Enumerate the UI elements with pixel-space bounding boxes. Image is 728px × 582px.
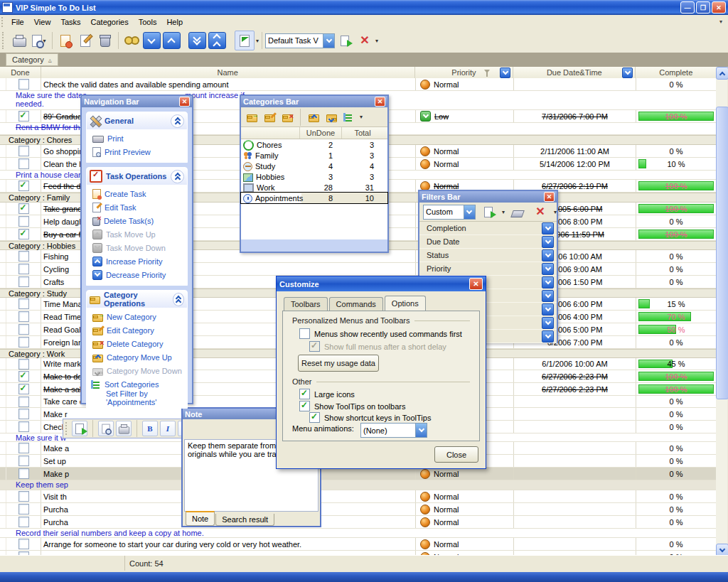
tooltips-checkbox[interactable]: Show ToolTips on toolbars [299, 401, 405, 411]
nav-item-increase-priority[interactable]: Increase Priority [92, 254, 187, 268]
close-dialog-button[interactable]: Close [434, 446, 478, 463]
nav-section-header[interactable]: Task Operations [87, 168, 187, 185]
increase-priority-button[interactable] [208, 31, 226, 50]
category-row-family[interactable]: Family13 [241, 150, 387, 161]
italic-button[interactable]: I [160, 421, 176, 436]
apply-filter-button[interactable] [479, 203, 498, 221]
nav-item-edit-task[interactable]: Edit Task [92, 200, 187, 214]
filter-dropdown-icon[interactable] [542, 317, 554, 329]
nav-item-create-task[interactable]: Create Task [92, 187, 187, 200]
task-checkbox[interactable] [18, 539, 29, 549]
customize-title[interactable]: Customize ✕ [277, 276, 486, 291]
nav-item-delete-category[interactable]: Delete Category [92, 337, 187, 350]
column-header-name[interactable]: Name [41, 67, 415, 78]
note-print-button[interactable] [116, 421, 132, 436]
filter-dropdown-icon[interactable] [542, 303, 554, 316]
column-header-due[interactable]: Due Date&Time [513, 67, 636, 78]
task-checkbox[interactable] [18, 276, 29, 287]
column-header-done[interactable]: Done [0, 67, 41, 78]
category-row-appointments[interactable]: Appointments810 [241, 193, 387, 203]
task-row[interactable]: Make pNormal0 % [0, 468, 716, 480]
task-checkbox[interactable] [18, 456, 29, 466]
tab-commands[interactable]: Commands [329, 297, 383, 311]
delete-category-button[interactable] [279, 111, 295, 124]
task-checkbox[interactable] [18, 79, 29, 90]
task-checkbox[interactable] [18, 264, 29, 274]
task-checkbox[interactable] [18, 180, 29, 191]
task-checkbox[interactable] [18, 421, 29, 432]
column-header-complete[interactable]: Complete [636, 67, 716, 78]
large-icons-checkbox[interactable]: Large icons [299, 389, 355, 399]
category-move-down-button[interactable] [323, 111, 339, 124]
filters-close-icon[interactable]: ✕ [544, 192, 555, 202]
collapse-chevron-icon[interactable] [171, 114, 184, 128]
menu-help[interactable]: Help [161, 16, 188, 28]
filter-caret-icon[interactable]: ▾ [375, 38, 378, 44]
shortcut-ke​ys-checkbox[interactable]: Show shortcut keys in ToolTips [309, 412, 431, 423]
task-view-button[interactable] [235, 31, 255, 50]
tab-note[interactable]: Note [186, 511, 215, 526]
task-checkbox[interactable] [18, 216, 29, 227]
delete-task-button[interactable] [96, 31, 114, 50]
filter-dropdown-icon[interactable] [542, 236, 554, 248]
task-checkbox[interactable] [18, 359, 29, 370]
categories-bar-title[interactable]: Categories Bar ✕ [241, 96, 387, 107]
column-header-priority[interactable]: Priority [415, 67, 513, 78]
menus-recently-checkbox[interactable]: Menus show recently used commands first [299, 328, 462, 339]
create-task-button[interactable] [56, 31, 75, 50]
delete-filter-button[interactable]: ✕ [355, 31, 374, 50]
task-checkbox[interactable] [18, 146, 29, 156]
apply-caret-icon[interactable]: ▾ [502, 209, 505, 215]
menu-file[interactable]: File [6, 16, 29, 28]
menu-animations-combo[interactable]: (None) [360, 423, 427, 438]
task-checkbox[interactable] [18, 311, 29, 322]
print-button[interactable] [10, 31, 28, 50]
task-checkbox[interactable] [18, 409, 29, 419]
scroll-up-button[interactable] [716, 67, 728, 80]
nav-item-new-category[interactable]: New Category [92, 310, 187, 323]
task-checkbox[interactable] [18, 203, 29, 214]
task-checkbox[interactable] [18, 371, 29, 382]
task-row[interactable]: Check the valid dates and available spen… [0, 78, 716, 91]
task-checkbox[interactable] [18, 517, 29, 527]
checkbox-icon[interactable] [299, 328, 310, 339]
filter-dropdown-icon[interactable] [542, 330, 554, 343]
menu-view[interactable]: View [29, 16, 56, 28]
task-row[interactable]: Visit thNormal0 % [0, 490, 716, 503]
navigation-close-icon[interactable]: ✕ [179, 97, 190, 107]
combo-chevron-icon[interactable] [323, 34, 334, 48]
task-checkbox[interactable] [18, 337, 29, 347]
clear-filter-button[interactable] [508, 203, 527, 221]
collapse-chevron-icon[interactable] [173, 293, 184, 306]
filters-bar-title[interactable]: Filters Bar ✕ [419, 191, 557, 203]
task-checkbox[interactable] [18, 158, 29, 169]
find-button[interactable] [122, 31, 141, 50]
collapse-chevron-icon[interactable] [171, 170, 184, 183]
task-checkbox[interactable] [18, 251, 29, 262]
undone-column[interactable]: UnDone [300, 127, 342, 139]
category-row-study[interactable]: Study44 [241, 161, 387, 171]
restore-button[interactable]: ❐ [696, 1, 710, 14]
tab-options[interactable]: Options [385, 296, 426, 311]
apply-filter-button[interactable] [336, 31, 354, 50]
filter-dropdown-icon[interactable] [542, 249, 554, 262]
nav-item-decrease-priority[interactable]: Decrease Priority [92, 268, 187, 281]
delete-filter-button[interactable]: ✕ [531, 203, 550, 221]
task-checkbox[interactable] [18, 298, 29, 309]
filters-caret-icon[interactable]: ▾ [554, 209, 557, 215]
tab-toolbars[interactable]: Toolbars [284, 297, 328, 311]
priority-dropdown-icon[interactable] [500, 68, 510, 78]
filter-preset-combo[interactable]: Custom [423, 205, 476, 220]
reset-usage-button[interactable]: Reset my usage data [298, 355, 379, 372]
task-view-combo[interactable]: Default Task V [265, 33, 335, 48]
category-row-work[interactable]: Work2831 [241, 182, 387, 193]
task-checkbox[interactable] [18, 384, 29, 394]
checkbox-icon[interactable] [309, 412, 320, 423]
filter-dropdown-icon[interactable] [542, 222, 554, 235]
task-checkbox[interactable] [18, 324, 29, 335]
nav-item-category-move-up[interactable]: Category Move Up [92, 350, 187, 364]
note-toolbar-handle[interactable] [65, 422, 70, 435]
checkbox-icon[interactable] [299, 401, 310, 411]
edit-task-button[interactable] [76, 31, 95, 50]
nav-item-edit-category[interactable]: Edit Category [92, 323, 187, 337]
